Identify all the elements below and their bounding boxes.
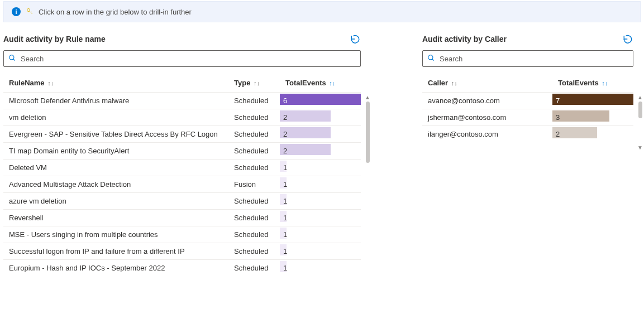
scroll-thumb[interactable] [638,102,642,118]
cell-type: Scheduled [228,193,280,210]
cell-totalevents: 2 [280,109,361,126]
sort-icon: ↑↓ [602,80,608,86]
table-row[interactable]: Advanced Multistage Attack DetectionFusi… [3,176,361,193]
cell-rulename: MSE - Users singing in from multiple cou… [3,226,228,243]
panel-caller: Audit activity by Caller Caller ↑↓ [422,33,633,276]
caller-grid: Caller ↑↓ TotalEvents ↑↓ avance@contoso.… [422,74,633,142]
undo-button[interactable] [622,33,633,45]
table-row[interactable]: RevershellScheduled1 [3,210,361,226]
cell-type: Scheduled [228,126,280,143]
cell-rulename: Revershell [3,210,228,226]
col-header-totalevents[interactable]: TotalEvents ↑↓ [280,74,361,93]
table-row[interactable]: azure vm deletionScheduled1 [3,193,361,210]
svg-point-3 [9,55,14,59]
table-row[interactable]: TI map Domain entity to SecurityAlertSch… [3,143,361,160]
table-row[interactable]: Europium - Hash and IP IOCs - September … [3,260,361,277]
sort-icon: ↑↓ [329,80,335,86]
cell-caller: ilanger@contoso.com [422,126,552,143]
table-row[interactable]: MSE - Users singing in from multiple cou… [3,226,361,243]
scrollbar[interactable]: ▲ ▼ [637,95,643,151]
scrollbar[interactable]: ▲ ▼ [364,95,371,276]
table-row[interactable]: Microsoft Defender Antivirus malwareSche… [3,93,361,109]
svg-line-4 [13,59,15,60]
svg-point-5 [428,55,433,59]
scroll-thumb[interactable] [366,102,370,163]
sort-icon: ↑↓ [254,80,260,86]
cell-totalevents: 2 [552,126,633,143]
table-row[interactable]: jsherman@contoso.com3 [422,109,633,126]
table-row[interactable]: avance@contoso.com7 [422,93,633,109]
cell-rulename: Microsoft Defender Antivirus malware [3,93,228,109]
cell-totalevents: 7 [552,93,633,109]
cell-totalevents: 2 [280,143,361,160]
sort-icon: ↑↓ [451,80,457,86]
cell-totalevents: 1 [280,260,361,277]
table-row[interactable]: vm deletionScheduled2 [3,109,361,126]
cell-rulename: azure vm deletion [3,193,228,210]
rule-grid: RuleName ↑↓ Type ↑↓ TotalEvents ↑↓ Mi [3,74,361,276]
search-input-caller[interactable] [438,54,628,64]
search-box-rule[interactable] [3,50,361,67]
cell-totalevents: 1 [280,193,361,210]
panel-rule-name: Audit activity by Rule name RuleName ↑↓ [3,33,361,276]
scroll-up-icon[interactable]: ▲ [637,95,643,100]
cell-rulename: Advanced Multistage Attack Detection [3,176,228,193]
search-input-rule[interactable] [20,54,356,64]
info-banner: i Click on a row in the grid below to dr… [3,1,641,22]
col-header-rulename[interactable]: RuleName ↑↓ [3,74,228,93]
cell-totalevents: 1 [280,210,361,226]
cell-type: Scheduled [228,226,280,243]
cell-rulename: Deleted VM [3,160,228,176]
cell-totalevents: 1 [280,160,361,176]
cell-rulename: vm deletion [3,109,228,126]
banner-text: Click on a row in the grid below to dril… [39,8,192,16]
col-header-type[interactable]: Type ↑↓ [228,74,280,93]
cell-totalevents: 1 [280,176,361,193]
info-icon: i [12,7,21,16]
cell-totalevents: 3 [552,109,633,126]
cell-type: Fusion [228,176,280,193]
cell-caller: avance@contoso.com [422,93,552,109]
cell-type: Scheduled [228,93,280,109]
cell-type: Scheduled [228,260,280,277]
cell-rulename: Europium - Hash and IP IOCs - September … [3,260,228,277]
cell-rulename: Successful logon from IP and failure fro… [3,243,228,260]
undo-button[interactable] [350,33,361,45]
cell-type: Scheduled [228,109,280,126]
cell-totalevents: 6 [280,93,361,109]
table-row[interactable]: Deleted VMScheduled1 [3,160,361,176]
svg-line-6 [432,59,434,60]
panel-caller-title: Audit activity by Caller [422,35,507,44]
key-icon [26,8,33,16]
scroll-up-icon[interactable]: ▲ [365,95,370,100]
cell-type: Scheduled [228,160,280,176]
cell-totalevents: 1 [280,243,361,260]
svg-line-2 [31,12,32,13]
table-row[interactable]: ilanger@contoso.com2 [422,126,633,143]
table-row[interactable]: Evergreen - SAP - Sensitive Tables Direc… [3,126,361,143]
cell-totalevents: 2 [280,126,361,143]
cell-totalevents: 1 [280,226,361,243]
table-row[interactable]: Successful logon from IP and failure fro… [3,243,361,260]
sort-icon: ↑↓ [47,80,54,86]
col-header-caller[interactable]: Caller ↑↓ [422,74,552,93]
scroll-down-icon[interactable]: ▼ [637,145,643,151]
col-header-totalevents[interactable]: TotalEvents ↑↓ [552,74,633,93]
cell-type: Scheduled [228,243,280,260]
cell-caller: jsherman@contoso.com [422,109,552,126]
search-icon [427,54,435,64]
panel-rule-title: Audit activity by Rule name [3,35,106,44]
search-icon [8,54,16,64]
cell-rulename: TI map Domain entity to SecurityAlert [3,143,228,160]
cell-type: Scheduled [228,143,280,160]
cell-type: Scheduled [228,210,280,226]
cell-rulename: Evergreen - SAP - Sensitive Tables Direc… [3,126,228,143]
svg-line-1 [30,11,32,13]
search-box-caller[interactable] [422,50,633,67]
